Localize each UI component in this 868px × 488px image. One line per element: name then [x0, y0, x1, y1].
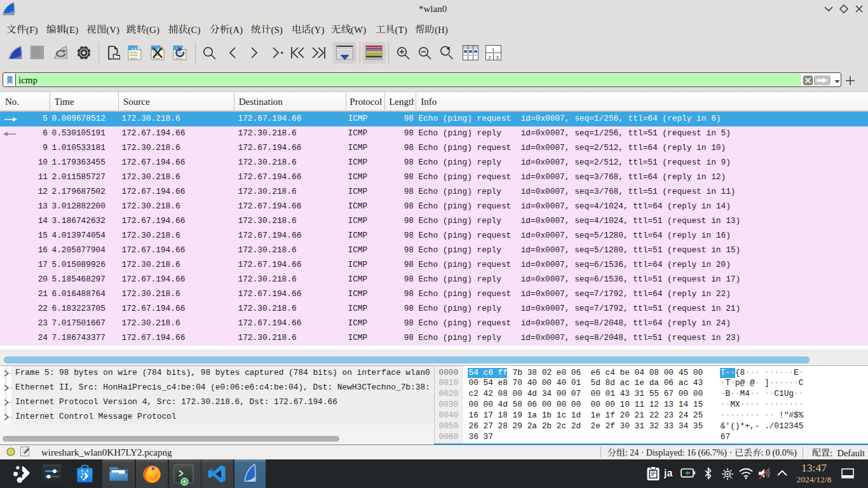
svg-text:3: 3 [496, 55, 499, 60]
svg-text:0111: 0111 [130, 57, 137, 60]
svg-text:2: 2 [489, 55, 492, 60]
svg-text:1: 1 [492, 47, 495, 53]
